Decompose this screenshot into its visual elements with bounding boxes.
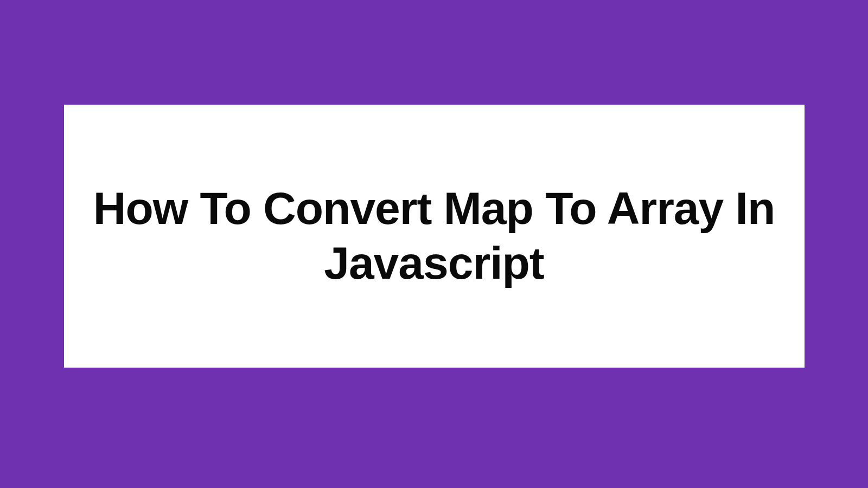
title-card: How To Convert Map To Array In Javascrip… xyxy=(64,105,805,368)
main-title: How To Convert Map To Array In Javascrip… xyxy=(86,181,783,291)
